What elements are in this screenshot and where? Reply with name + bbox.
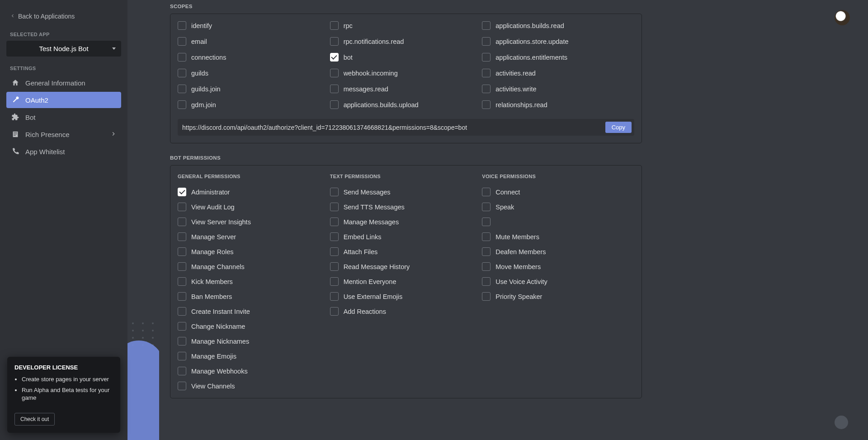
checkbox-icon	[330, 218, 339, 226]
sidebar-item-general-information[interactable]: General Information	[6, 75, 121, 91]
avatar[interactable]	[835, 10, 850, 25]
sidebar-item-rich-presence[interactable]: Rich Presence	[6, 126, 121, 142]
sidebar-item-app-whitelist[interactable]: App Whitelist	[6, 143, 121, 160]
scope-checkbox-guilds-join[interactable]: guilds.join	[178, 81, 330, 97]
scope-checkbox-rpc[interactable]: rpc	[330, 18, 482, 33]
checkbox-label: Send TTS Messages	[344, 203, 405, 211]
checkbox-label: View Server Insights	[191, 218, 251, 226]
promo-bullet: Run Alpha and Beta tests for your game	[22, 386, 113, 402]
permission-checkbox-administrator[interactable]: Administrator	[178, 185, 330, 199]
permission-checkbox-read-message-history[interactable]: Read Message History	[330, 259, 482, 274]
oauth-url-field[interactable]	[182, 124, 605, 131]
check-it-out-button[interactable]: Check it out	[14, 413, 55, 426]
permission-checkbox-manage-messages[interactable]: Manage Messages	[330, 214, 482, 229]
scope-checkbox-messages-read[interactable]: messages.read	[330, 81, 482, 97]
scope-checkbox-rpc-notifications-read[interactable]: rpc.notifications.read	[330, 33, 482, 49]
copy-button[interactable]: Copy	[605, 122, 632, 133]
checkbox-icon	[178, 85, 186, 93]
permission-checkbox-view-server-insights[interactable]: View Server Insights	[178, 214, 330, 229]
checkbox-icon	[178, 262, 186, 271]
permission-checkbox-blank[interactable]	[482, 214, 634, 229]
checkbox-label: Use Voice Activity	[495, 278, 547, 285]
checkbox-label: Create Instant Invite	[191, 308, 250, 315]
scope-checkbox-applications-store-update[interactable]: applications.store.update	[482, 33, 634, 49]
phone-icon	[11, 147, 20, 156]
checkbox-icon	[178, 292, 186, 301]
scope-checkbox-email[interactable]: email	[178, 33, 330, 49]
permission-checkbox-embed-links[interactable]: Embed Links	[330, 229, 482, 244]
permission-checkbox-view-channels[interactable]: View Channels	[178, 378, 330, 393]
document-icon	[11, 130, 20, 139]
checkbox-icon	[482, 53, 491, 62]
checkbox-icon	[330, 292, 339, 301]
scope-checkbox-activities-write[interactable]: activities.write	[482, 81, 634, 97]
checkbox-label: Send Messages	[344, 189, 391, 196]
checkbox-icon	[330, 203, 339, 211]
checkbox-icon	[178, 247, 186, 256]
permission-checkbox-mute-members[interactable]: Mute Members	[482, 229, 634, 244]
permission-checkbox-priority-speaker[interactable]: Priority Speaker	[482, 289, 634, 304]
scope-checkbox-connections[interactable]: connections	[178, 49, 330, 65]
scope-checkbox-gdm-join[interactable]: gdm.join	[178, 97, 330, 113]
permission-checkbox-manage-server[interactable]: Manage Server	[178, 229, 330, 244]
permission-checkbox-use-external-emojis[interactable]: Use External Emojis	[330, 289, 482, 304]
checkbox-icon	[178, 232, 186, 241]
scope-checkbox-applications-builds-read[interactable]: applications.builds.read	[482, 18, 634, 33]
checkbox-icon	[330, 307, 339, 316]
permission-checkbox-kick-members[interactable]: Kick Members	[178, 274, 330, 289]
checkbox-label: Read Message History	[344, 263, 410, 270]
checkbox-label: webhook.incoming	[344, 70, 398, 77]
permission-checkbox-use-voice-activity[interactable]: Use Voice Activity	[482, 274, 634, 289]
permission-checkbox-send-messages[interactable]: Send Messages	[330, 185, 482, 199]
permission-checkbox-manage-webhooks[interactable]: Manage Webhooks	[178, 364, 330, 378]
checkbox-icon	[178, 188, 186, 196]
wrench-icon	[11, 95, 20, 104]
sidebar-item-label: General Information	[25, 79, 85, 87]
permission-checkbox-attach-files[interactable]: Attach Files	[330, 244, 482, 259]
permission-checkbox-mention-everyone[interactable]: Mention Everyone	[330, 274, 482, 289]
permission-checkbox-deafen-members[interactable]: Deafen Members	[482, 244, 634, 259]
chevron-down-icon	[112, 47, 116, 50]
checkbox-label: activities.read	[495, 70, 536, 77]
permission-checkbox-send-tts-messages[interactable]: Send TTS Messages	[330, 199, 482, 214]
scope-checkbox-identify[interactable]: identify	[178, 18, 330, 33]
checkbox-label: applications.builds.read	[495, 22, 564, 29]
permission-checkbox-speak[interactable]: Speak	[482, 199, 634, 214]
checkbox-icon	[482, 262, 491, 271]
permission-checkbox-ban-members[interactable]: Ban Members	[178, 289, 330, 304]
permission-checkbox-manage-channels[interactable]: Manage Channels	[178, 259, 330, 274]
checkbox-label: Manage Channels	[191, 263, 245, 270]
checkbox-label: View Audit Log	[191, 203, 235, 211]
permission-checkbox-change-nickname[interactable]: Change Nickname	[178, 319, 330, 334]
scope-checkbox-webhook-incoming[interactable]: webhook.incoming	[330, 65, 482, 81]
sidebar-item-oauth2[interactable]: OAuth2	[6, 92, 121, 108]
checkbox-label: guilds.join	[191, 85, 221, 93]
bot-permissions-heading: Bot Permissions	[170, 155, 642, 161]
checkbox-label: gdm.join	[191, 101, 216, 109]
scope-checkbox-relationships-read[interactable]: relationships.read	[482, 97, 634, 113]
checkbox-label: connections	[191, 54, 226, 61]
app-selector[interactable]: Test Node.js Bot	[6, 41, 121, 57]
chevron-right-icon	[110, 131, 117, 138]
permission-checkbox-manage-nicknames[interactable]: Manage Nicknames	[178, 334, 330, 349]
permission-checkbox-add-reactions[interactable]: Add Reactions	[330, 304, 482, 319]
permission-checkbox-manage-emojis[interactable]: Manage Emojis	[178, 349, 330, 364]
permission-checkbox-view-audit-log[interactable]: View Audit Log	[178, 199, 330, 214]
checkbox-icon	[178, 69, 186, 77]
permission-checkbox-move-members[interactable]: Move Members	[482, 259, 634, 274]
checkbox-label: activities.write	[495, 85, 536, 93]
sidebar-item-bot[interactable]: Bot	[6, 109, 121, 125]
permission-checkbox-connect[interactable]: Connect	[482, 185, 634, 199]
scope-checkbox-guilds[interactable]: guilds	[178, 65, 330, 81]
scope-checkbox-activities-read[interactable]: activities.read	[482, 65, 634, 81]
permission-checkbox-create-instant-invite[interactable]: Create Instant Invite	[178, 304, 330, 319]
permission-checkbox-manage-roles[interactable]: Manage Roles	[178, 244, 330, 259]
sidebar-item-label: Bot	[25, 114, 36, 121]
scope-checkbox-applications-entitlements[interactable]: applications.entitlements	[482, 49, 634, 65]
help-fab[interactable]	[835, 416, 848, 429]
permission-column-heading: Text Permissions	[330, 174, 482, 179]
permission-column: General PermissionsAdministratorView Aud…	[178, 174, 330, 393]
scope-checkbox-applications-builds-upload[interactable]: applications.builds.upload	[330, 97, 482, 113]
back-to-applications-link[interactable]: Back to Applications	[6, 10, 121, 23]
scope-checkbox-bot[interactable]: bot	[330, 49, 482, 65]
